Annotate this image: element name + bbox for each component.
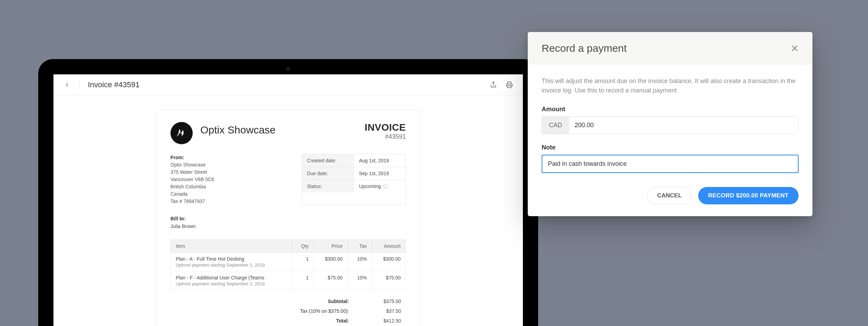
item-amount: $75.00 [372,271,406,290]
subtotal-label: Subtotal: [286,299,349,304]
invoice-meta-right: INVOICE #43591 [365,122,406,140]
item-qty: 1 [292,271,314,290]
from-line: 375 Water Street [170,169,214,176]
tax-row: Tax (10% on $375.00): $37.50 [170,306,406,316]
amount-input[interactable] [569,117,798,134]
invoice-header: Optix Showcase INVOICE #43591 [170,122,406,144]
invoice-card: Optix Showcase INVOICE #43591 From: Opti… [156,109,420,326]
items-table: Item Qty Price Tax Amount Plan - A - Ful… [170,239,406,290]
note-input[interactable] [542,155,799,173]
modal-header: Record a payment ✕ [528,32,812,65]
col-tax: Tax [348,239,372,252]
billto-label: Bill to: [170,215,406,222]
invoice-title: INVOICE [365,122,406,133]
svg-rect-0 [508,85,511,88]
modal-title: Record a payment [542,42,627,54]
note-label: Note [542,144,799,151]
date-row-status: Status: Upcoming i [302,180,406,193]
date-row-due: Due date: Sep 1st, 2019 [302,167,406,180]
from-line: Optix Showcase [170,161,214,169]
totals-block: Subtotal: $375.00 Tax (10% on $375.00): … [170,296,406,326]
invoice-meta-row: From: Optix Showcase 375 Water Street Va… [170,154,406,205]
item-sub: Upfront payment starting September 1, 20… [176,262,287,268]
modal-body: This will adjust the amount due on the i… [528,65,812,177]
share-icon[interactable] [490,81,497,89]
billto-name: Julia Brown [170,222,406,230]
device-frame: Invoice #43591 Optix Showcase INVOICE #4… [38,59,538,326]
billto-block: Bill to: Julia Brown [170,215,406,230]
topbar-actions [490,81,513,89]
date-value: Sep 1st, 2019 [354,167,406,180]
info-icon[interactable]: i [383,184,388,189]
item-qty: 1 [292,252,314,271]
total-label: Total: [286,318,349,324]
back-arrow-icon[interactable] [63,81,71,89]
item-sub: Upfront payment starting September 1, 20… [176,281,287,286]
total-value: $412.50 [370,318,401,324]
status-text: Upcoming [359,184,381,189]
tax-value: $37.50 [370,308,401,314]
modal-actions: CANCEL RECORD $200.00 PAYMENT [528,177,812,216]
subtotal-row: Subtotal: $375.00 [170,296,406,306]
modal-description: This will adjust the amount due on the i… [542,76,799,95]
item-amount: $300.00 [372,252,406,271]
amount-input-group: CAD [542,116,799,134]
camera-notch [286,67,290,71]
date-label: Due date: [302,167,354,180]
col-qty: Qty [292,239,314,252]
date-row-created: Created date: Aug 1st, 2019 [302,154,406,167]
date-label: Created date: [302,154,354,167]
app-screen: Invoice #43591 Optix Showcase INVOICE #4… [53,74,523,326]
col-amount: Amount [372,239,406,252]
from-line: Vancouver V6B 5C6 [170,176,214,183]
item-tax: 10% [348,271,372,290]
table-row: Plan - F - Additional User Charge (Teams… [171,271,406,290]
amount-label: Amount [542,106,799,113]
record-payment-button[interactable]: RECORD $200.00 PAYMENT [698,187,799,204]
from-label: From: [170,154,214,161]
item-name: Plan - A - Full Time Hot Desking [176,256,287,262]
subtotal-value: $375.00 [370,299,401,304]
col-price: Price [314,239,348,252]
invoice-number: #43591 [365,133,406,140]
currency-prefix: CAD [542,117,569,134]
from-line: Canada [170,190,214,198]
date-value: Aug 1st, 2019 [354,154,406,167]
status-value: Upcoming i [354,180,406,193]
page-title: Invoice #43591 [88,80,140,89]
date-label: Status: [302,180,354,193]
topbar: Invoice #43591 [53,74,523,95]
item-price: $75.00 [314,271,348,290]
print-icon[interactable] [506,81,513,89]
close-icon[interactable]: ✕ [791,43,799,54]
item-tax: 10% [348,252,372,271]
tax-label: Tax (10% on $375.00): [286,308,349,314]
org-logo [170,122,193,144]
dates-table: Created date: Aug 1st, 2019 Due date: Se… [302,154,406,205]
cancel-button[interactable]: CANCEL [647,187,692,204]
org-name: Optix Showcase [200,124,276,136]
from-block: From: Optix Showcase 375 Water Street Va… [170,154,214,205]
from-line: Tax # 78947937 [170,198,214,205]
table-row: Plan - A - Full Time Hot Desking Upfront… [171,252,406,271]
item-price: $300.00 [314,252,348,271]
record-payment-modal: Record a payment ✕ This will adjust the … [528,32,812,216]
from-line: British Columbia [170,183,214,190]
total-row: Total: $412.50 [170,316,406,326]
item-name: Plan - F - Additional User Charge (Teams [176,275,287,280]
col-item: Item [171,239,292,252]
topbar-divider [79,80,80,90]
